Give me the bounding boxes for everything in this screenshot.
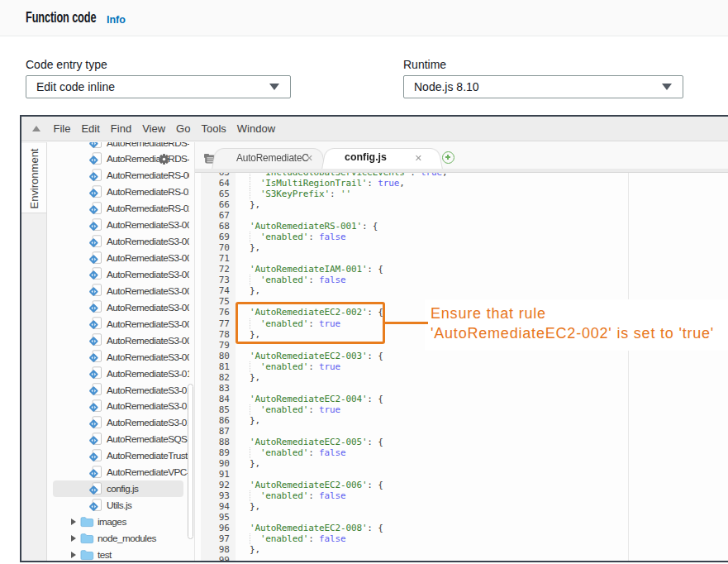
tree-file-AutoRemediateTrustedAdvisor.js[interactable]: AutoRemediateTrustedAdvisor.js <box>47 447 189 464</box>
info-link[interactable]: Info <box>107 14 126 26</box>
line-number: 98 <box>219 544 230 555</box>
line-number: 84 <box>219 394 230 404</box>
tree-file-AutoRemediateS3-001.js[interactable]: AutoRemediateS3-001.js <box>47 217 189 233</box>
js-file-icon <box>89 284 103 298</box>
tree-item-label: AutoRemediateS3-002.js <box>107 236 189 247</box>
line-number: 96 <box>219 523 230 533</box>
tab-label: AutoRemediateC <box>236 152 309 164</box>
menu-item-go[interactable]: Go <box>171 122 196 135</box>
new-tab-button[interactable] <box>442 151 454 164</box>
menu-item-file[interactable]: File <box>48 122 76 135</box>
tab-config.js[interactable]: config.js ✕ <box>330 146 435 169</box>
menu-item-edit[interactable]: Edit <box>76 122 105 135</box>
tab-close-icon[interactable]: ✕ <box>306 151 313 165</box>
tree-file-AutoRemediateS3-006.js[interactable]: AutoRemediateS3-006.js <box>47 299 189 316</box>
line-number: 67 <box>219 210 230 221</box>
tree-file-AutoRemediateRS-011.js[interactable]: AutoRemediateRS-011.js <box>47 184 189 200</box>
tab-AutoRemediateC[interactable]: AutoRemediateC ✕ <box>220 146 317 169</box>
tree-file-AutoRemediateRS-021.js[interactable]: AutoRemediateRS-021.js <box>47 200 189 217</box>
menu-item-window[interactable]: Window <box>231 122 280 135</box>
js-file-icon <box>89 218 103 232</box>
js-file-icon <box>89 300 103 314</box>
js-file-icon <box>89 142 103 150</box>
tree-file-AutoRemediateS3-014.js[interactable]: AutoRemediateS3-014.js <box>47 398 189 414</box>
print-margin-line <box>628 173 629 561</box>
tree-file-AutoRemediateRS-001.js[interactable]: AutoRemediateRS-001.js <box>47 167 189 184</box>
menu-item-tools[interactable]: Tools <box>196 122 231 135</box>
folder-expand-caret[interactable] <box>71 552 76 558</box>
runtime-value: Node.js 8.10 <box>414 80 479 93</box>
tree-item-label: AutoRemediateS3-008.js <box>107 335 189 347</box>
code-line-90: }, <box>239 458 260 469</box>
code-editor-frame: FileEditFindViewGoToolsWindow Environmen… <box>20 115 728 562</box>
indent-guide <box>250 232 250 242</box>
line-number: 99 <box>219 555 230 561</box>
tree-file-config.js[interactable]: config.js <box>53 480 183 497</box>
indent-guide <box>250 275 250 285</box>
line-number: 91 <box>219 469 230 480</box>
tree-item-label: AutoRemediateRDS-008.js <box>107 142 189 149</box>
js-file-icon <box>89 433 103 447</box>
js-file-icon <box>89 350 103 364</box>
annotation-text-background: Ensure that rule 'AutoRemediateEC2-002' … <box>425 299 728 351</box>
tree-item-label: AutoRemediateS3-014.js <box>107 400 189 412</box>
tree-file-AutoRemediateSQS-001.js[interactable]: AutoRemediateSQS-001.js <box>47 431 189 447</box>
line-number: 93 <box>219 490 230 501</box>
tree-file-Utils.js[interactable]: Utils.js <box>47 497 189 514</box>
folder-icon <box>80 533 94 544</box>
tree-folder-test[interactable]: test <box>47 547 189 561</box>
tree-folder-images[interactable]: images <box>47 514 189 530</box>
left-dock-strip: Environment <box>21 142 47 561</box>
indent-guide <box>250 178 250 189</box>
environment-tab[interactable]: Environment <box>21 143 46 213</box>
code-line-80: 'AutoRemediateEC2-003': { <box>239 351 383 361</box>
tree-file-AutoRemediateS3-016.js[interactable]: AutoRemediateS3-016.js <box>47 414 189 431</box>
code-line-84: 'AutoRemediateEC2-004': { <box>239 394 383 404</box>
tree-file-AutoRemediateS3-010.js[interactable]: AutoRemediateS3-010.js <box>47 366 189 382</box>
code-line-68: 'AutoRemediateRS-001': { <box>239 221 378 232</box>
folder-icon <box>80 549 94 561</box>
tree-item-label: AutoRemediateS3-012.js <box>107 385 189 396</box>
tree-folder-node_modules[interactable]: node_modules <box>47 530 189 547</box>
line-number: 83 <box>219 383 230 394</box>
tree-file-AutoRemediateS3-002.js[interactable]: AutoRemediateS3-002.js <box>47 233 189 250</box>
tree-file-AutoRemediateS3-007.js[interactable]: AutoRemediateS3-007.js <box>47 316 189 332</box>
menu-item-view[interactable]: View <box>137 122 171 135</box>
line-number: 70 <box>219 242 230 253</box>
js-file-icon <box>89 202 103 216</box>
menu-item-find[interactable]: Find <box>105 122 136 135</box>
code-line-88: 'AutoRemediateEC2-005': { <box>239 437 383 447</box>
js-file-icon <box>89 366 103 380</box>
tree-file-AutoRemediateRDS-018.js[interactable]: AutoRemediateRDS-018.js <box>47 151 189 168</box>
line-number: 94 <box>219 501 230 512</box>
tree-file-AutoRemediateS3-008.js[interactable]: AutoRemediateS3-008.js <box>47 332 189 349</box>
folder-expand-caret[interactable] <box>71 535 76 542</box>
tree-scrollbar-thumb[interactable] <box>188 384 193 539</box>
tree-file-AutoRemediateS3-005.js[interactable]: AutoRemediateS3-005.js <box>47 283 189 299</box>
tree-file-AutoRemediateVPC-001.js[interactable]: AutoRemediateVPC-001.js <box>47 464 189 480</box>
code-entry-type-select[interactable]: Edit code inline <box>26 75 291 98</box>
tree-item-label: AutoRemediateS3-005.js <box>107 285 189 297</box>
tree-item-label: AutoRemediateS3-009.js <box>107 351 189 363</box>
tree-item-label: AutoRemediateRS-011.js <box>107 186 189 198</box>
tree-file-AutoRemediateRDS-008.js[interactable]: AutoRemediateRDS-008.js <box>47 142 189 151</box>
indent-guide <box>250 404 250 415</box>
line-number: 85 <box>219 404 230 415</box>
js-file-icon <box>89 152 103 166</box>
line-number: 68 <box>219 221 230 232</box>
runtime-select[interactable]: Node.js 8.10 <box>403 75 683 98</box>
annotation-highlight-box <box>236 302 385 344</box>
line-number: 76 <box>219 307 230 318</box>
tree-item-label: AutoRemediateS3-001.js <box>107 219 189 231</box>
tree-file-AutoRemediateS3-012.js[interactable]: AutoRemediateS3-012.js <box>47 382 189 399</box>
gear-icon <box>159 154 169 165</box>
tree-file-AutoRemediateS3-004.js[interactable]: AutoRemediateS3-004.js <box>47 266 189 283</box>
code-line-69: 'enabled': false <box>239 232 345 242</box>
tree-file-AutoRemediateS3-009.js[interactable]: AutoRemediateS3-009.js <box>47 349 189 366</box>
code-line-93: 'enabled': false <box>239 490 345 501</box>
folder-expand-caret[interactable] <box>71 519 76 525</box>
tree-file-AutoRemediateS3-003.js[interactable]: AutoRemediateS3-003.js <box>47 250 189 266</box>
code-editor-area[interactable]: 6364656667686970717273747576777879808182… <box>195 173 728 561</box>
tab-close-icon[interactable]: ✕ <box>415 151 422 165</box>
collapse-menubar-icon[interactable] <box>32 126 40 131</box>
